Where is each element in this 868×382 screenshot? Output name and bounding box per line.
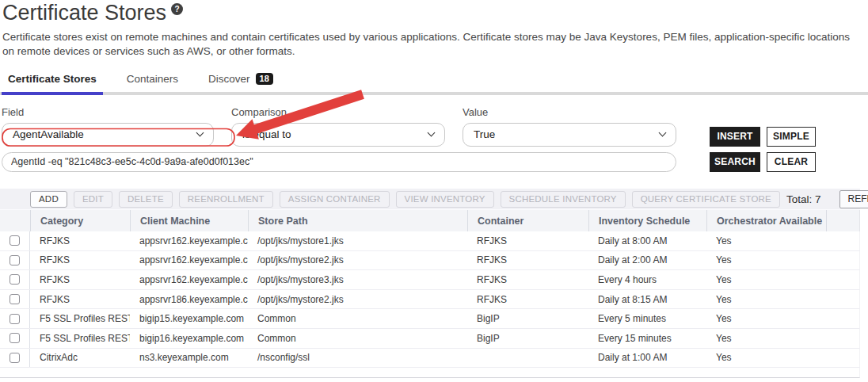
grid-action-button[interactable]: VIEW INVENTORY — [396, 191, 494, 208]
tab[interactable]: Discover 18 — [208, 73, 275, 92]
query-input-wrap — [2, 152, 676, 172]
cell-container: RFJKS — [467, 231, 588, 250]
table-header-row: Category Client Machine Store Path Conta… — [0, 210, 860, 231]
chevron-down-icon — [659, 129, 667, 137]
cell-client-machine: appsrvr162.keyexample.com — [130, 270, 248, 289]
grid-action-button[interactable]: DELETE — [119, 191, 173, 208]
column-header-client-machine[interactable]: Client Machine — [130, 210, 248, 231]
cell-inventory-schedule: Daily at 1:00 AM — [588, 349, 706, 368]
table-row[interactable]: RFJKS appsrvr162.keyexample.com /opt/jks… — [0, 270, 860, 290]
cell-category: RFJKS — [30, 231, 130, 250]
grid-action-button[interactable]: SCHEDULE INVENTORY — [501, 191, 626, 208]
simple-button[interactable]: SIMPLE — [767, 127, 816, 147]
cell-orchestrator-available: Yes — [706, 251, 826, 270]
table-row[interactable]: RFJKS appsrvr162.keyexample.com /opt/jks… — [0, 251, 860, 271]
column-header-category[interactable]: Category — [30, 210, 130, 231]
search-filter-form: Field AgentAvailable Comparison is equal… — [2, 106, 868, 172]
page-header: Certificate Stores ? Certificate stores … — [0, 0, 868, 59]
cell-category: RFJKS — [30, 270, 130, 289]
cell-spacer — [826, 329, 859, 348]
row-checkbox[interactable] — [10, 333, 20, 343]
cell-container: RFJKS — [467, 251, 588, 270]
cell-category: CitrixAdc — [30, 349, 130, 368]
tab[interactable]: Certificate Stores — [8, 73, 98, 92]
column-header-spacer — [826, 210, 859, 231]
search-clear-buttons: SEARCH CLEAR — [694, 152, 868, 172]
row-checkbox[interactable] — [10, 235, 20, 246]
cell-client-machine: appsrvr162.keyexample.com — [130, 251, 248, 270]
cell-container: RFJKS — [467, 290, 588, 309]
grid-action-button[interactable]: ASSIGN CONTAINER — [280, 191, 390, 208]
cell-category: F5 SSL Profiles REST — [30, 329, 130, 348]
row-checkbox[interactable] — [10, 294, 20, 304]
cell-client-machine: bigip16.keyexample.com — [130, 329, 248, 348]
row-checkbox[interactable] — [10, 353, 20, 363]
table-row[interactable]: RFJKS appsrvr162.keyexample.com /opt/jks… — [0, 231, 860, 251]
value-select[interactable]: True — [463, 123, 676, 147]
row-checkbox-cell — [0, 329, 30, 348]
comparison-select[interactable]: is equal to — [231, 123, 445, 147]
table-row[interactable]: CitrixAdc ns3.keyexample.com /nsconfig/s… — [0, 349, 860, 369]
query-input[interactable] — [2, 152, 676, 172]
row-checkbox[interactable] — [10, 255, 20, 265]
cell-inventory-schedule: Every 15 minutes — [588, 329, 706, 348]
search-button[interactable]: SEARCH — [710, 152, 760, 172]
cell-inventory-schedule: Daily at 8:00 AM — [588, 231, 706, 250]
cell-spacer — [826, 309, 859, 328]
grid-action-button[interactable]: REENROLLMENT — [179, 191, 273, 208]
cell-category: RFJKS — [30, 251, 130, 270]
grid-action-button[interactable]: QUERY CERTIFICATE STORE — [632, 191, 780, 208]
cell-store-path: /opt/jks/mystore2.jks — [248, 290, 467, 309]
cell-category: RFJKS — [30, 290, 130, 309]
cell-spacer — [826, 231, 859, 250]
row-checkbox[interactable] — [10, 274, 20, 285]
cell-store-path: /opt/jks/mystore2.jks — [248, 251, 467, 270]
refresh-button[interactable]: REFRESH — [839, 190, 868, 208]
table-row[interactable]: F5 SSL Profiles REST bigip15.keyexample.… — [0, 309, 860, 329]
row-checkbox-cell — [0, 349, 30, 368]
cell-client-machine: appsrvr162.keyexample.com — [130, 231, 248, 250]
grid-action-button[interactable]: ADD — [30, 191, 67, 208]
cell-spacer — [826, 270, 859, 289]
tab-label: Discover — [208, 73, 250, 85]
field-select[interactable]: AgentAvailable — [2, 123, 214, 147]
cell-orchestrator-available: Yes — [706, 329, 826, 348]
tab[interactable]: Containers — [127, 73, 180, 92]
grid-action-buttons: ADD EDIT DELETE REENROLLMENT ASSIGN CONT… — [30, 191, 780, 208]
field-label: Field — [2, 106, 214, 118]
column-header-container[interactable]: Container — [467, 210, 588, 231]
cell-inventory-schedule: Daily at 2:00 AM — [588, 251, 706, 270]
cell-orchestrator-available: Yes — [706, 290, 826, 309]
column-header-inventory-schedule[interactable]: Inventory Schedule — [588, 210, 706, 231]
select-all-column — [0, 210, 30, 231]
help-icon[interactable]: ? — [171, 3, 183, 15]
column-header-store-path[interactable]: Store Path — [248, 210, 467, 231]
cell-client-machine: bigip15.keyexample.com — [130, 309, 248, 328]
cell-store-path: Common — [248, 329, 467, 348]
page-description: Certificate stores exist on remote machi… — [2, 30, 863, 59]
total-count: Total: 7 — [786, 193, 834, 205]
comparison-label: Comparison — [231, 106, 445, 118]
value-label: Value — [463, 106, 676, 118]
cell-inventory-schedule: Every 5 minutes — [588, 309, 706, 328]
column-header-orchestrator-available[interactable]: Orchestrator Available — [706, 210, 826, 231]
insert-simple-buttons: INSERT SIMPLE — [694, 127, 868, 147]
cell-category: F5 SSL Profiles REST — [30, 309, 130, 328]
cell-store-path: Common — [248, 309, 467, 328]
table-row[interactable]: RFJKS appsrvr186.keyexample.com /opt/jks… — [0, 290, 860, 310]
table-footer-strip — [0, 368, 860, 378]
tab-bar: Certificate Stores Containers Discover 1… — [0, 73, 868, 95]
table-row[interactable]: F5 SSL Profiles REST bigip16.keyexample.… — [0, 329, 860, 349]
cell-orchestrator-available: Yes — [706, 270, 826, 289]
row-checkbox[interactable] — [10, 314, 20, 324]
cell-container — [467, 349, 588, 368]
cell-store-path: /opt/jks/mystore1.jks — [248, 231, 467, 250]
cell-inventory-schedule: Daily at 8:15 AM — [588, 290, 706, 309]
cell-container: RFJKS — [467, 270, 588, 289]
cell-orchestrator-available: Yes — [706, 231, 826, 250]
grid-action-button[interactable]: EDIT — [74, 191, 112, 208]
cell-inventory-schedule: Every 4 hours — [588, 270, 706, 289]
cell-store-path: /nsconfig/ssl — [248, 349, 467, 368]
insert-button[interactable]: INSERT — [710, 127, 760, 147]
clear-button[interactable]: CLEAR — [767, 152, 816, 172]
